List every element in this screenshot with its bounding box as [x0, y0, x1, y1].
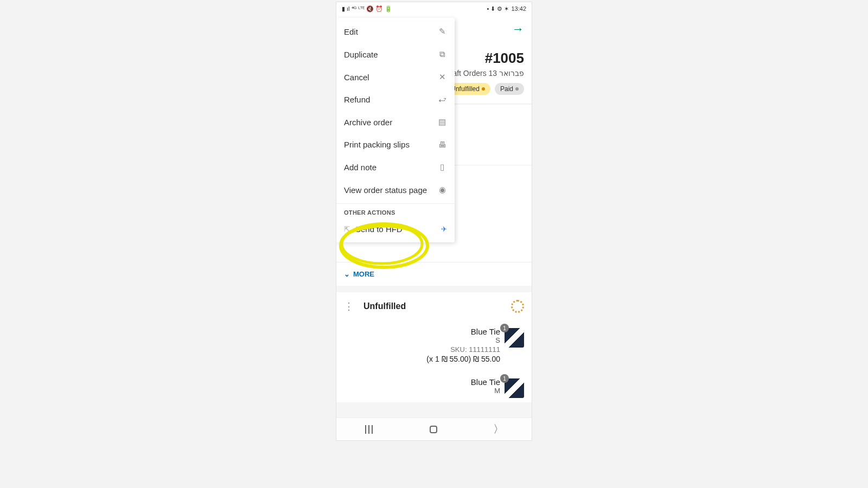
badge-paid: Paid [495, 83, 524, 95]
menu-print[interactable]: Print packing slips 🖶 [336, 133, 455, 156]
refund-icon: ⮐ [437, 95, 447, 104]
menu-view-status-label: View order status page [344, 185, 427, 195]
menu-add-note-label: Add note [344, 163, 376, 172]
menu-other-heading: OTHER ACTIONS [336, 204, 455, 218]
quantity-badge: 1 [500, 374, 509, 383]
line-item[interactable]: 1 Blue Tie M [344, 377, 524, 395]
line-item-variant: S [495, 336, 500, 344]
menu-cancel-label: Cancel [344, 73, 369, 82]
forward-arrow-icon[interactable]: → [512, 22, 524, 36]
menu-print-label: Print packing slips [344, 140, 410, 149]
line-item[interactable]: 1 Blue Tie S SKU: 11111111 (x 1 ₪ 55.00)… [344, 327, 524, 363]
line-item-price: (x 1 ₪ 55.00) ₪ 55.00 [426, 355, 500, 363]
menu-view-status[interactable]: View order status page ◉ [336, 178, 455, 201]
line-item-sku: SKU: 11111111 [450, 345, 500, 354]
menu-edit-label: Edit [344, 27, 358, 36]
status-left-icons: ▮ ıl ⁴ᴳ ᴸᵀᴱ 🔇 ⏰ 🔋 [342, 5, 392, 12]
card-overflow-button[interactable]: ⋮ [344, 301, 354, 311]
menu-refund[interactable]: Refund ⮐ [336, 88, 455, 111]
print-icon: 🖶 [437, 140, 447, 149]
menu-send-to-hfd-label: Send to HFD [355, 224, 403, 234]
external-link-icon: ⇱ [344, 225, 350, 233]
menu-refund-label: Refund [344, 95, 370, 104]
menu-archive-label: Archive order [344, 118, 392, 127]
menu-send-to-hfd[interactable]: ⇱ Send to HFD ✈ [336, 218, 455, 240]
hfd-logo-icon: ✈ [441, 225, 447, 233]
menu-add-note[interactable]: Add note ▯ [336, 156, 455, 178]
status-right-group: • ⬇ ⚙ ✶ 13:42 [487, 5, 526, 12]
badge-paid-label: Paid [500, 85, 513, 93]
copy-icon: ⧉ [437, 49, 447, 59]
menu-edit[interactable]: Edit ✎ [336, 20, 455, 43]
badge-dot-icon [482, 87, 485, 91]
fulfillment-status-icon [511, 300, 524, 313]
menu-duplicate[interactable]: Duplicate ⧉ [336, 43, 455, 66]
badge-unfulfilled-label: Unfulfilled [451, 85, 480, 93]
card-title: Unfulfilled [363, 301, 406, 311]
line-item-variant: M [494, 387, 500, 395]
line-item-name: Blue Tie [471, 377, 500, 387]
pencil-icon: ✎ [437, 27, 447, 36]
menu-cancel[interactable]: Cancel ✕ [336, 66, 455, 88]
unfulfilled-card: ⋮ Unfulfilled 1 Blue Tie S SKU: 11111111… [336, 292, 532, 402]
android-nav-bar: 〉 [336, 418, 532, 440]
card-header: ⋮ Unfulfilled [344, 300, 524, 313]
phone-frame: ▮ ıl ⁴ᴳ ᴸᵀᴱ 🔇 ⏰ 🔋 • ⬇ ⚙ ✶ 13:42 → #1005 … [336, 2, 532, 440]
menu-duplicate-label: Duplicate [344, 50, 378, 59]
more-toggle[interactable]: ⌄ MORE [336, 262, 532, 286]
status-left-icon-group: ▮ ıl ⁴ᴳ ᴸᵀᴱ 🔇 ⏰ 🔋 [342, 5, 392, 12]
nav-back-button[interactable]: 〉 [493, 422, 504, 436]
archive-icon: ▤ [437, 117, 447, 127]
more-label: MORE [353, 270, 374, 278]
line-item-name: Blue Tie [471, 327, 500, 336]
android-status-bar: ▮ ıl ⁴ᴳ ᴸᵀᴱ 🔇 ⏰ 🔋 • ⬇ ⚙ ✶ 13:42 [336, 2, 532, 15]
badge-dot-icon [515, 87, 519, 91]
chevron-down-icon: ⌄ [344, 270, 350, 278]
close-icon: ✕ [437, 72, 447, 82]
nav-home-button[interactable] [430, 426, 437, 433]
note-icon: ▯ [437, 162, 447, 172]
menu-archive[interactable]: Archive order ▤ [336, 111, 455, 133]
status-clock: 13:42 [511, 5, 526, 12]
status-right-icons: • ⬇ ⚙ ✶ [487, 5, 509, 12]
quantity-badge: 1 [500, 324, 509, 332]
eye-icon: ◉ [437, 185, 447, 195]
actions-popup-menu: Edit ✎ Duplicate ⧉ Cancel ✕ Refund ⮐ Arc… [336, 18, 455, 242]
nav-recent-button[interactable] [364, 425, 374, 434]
